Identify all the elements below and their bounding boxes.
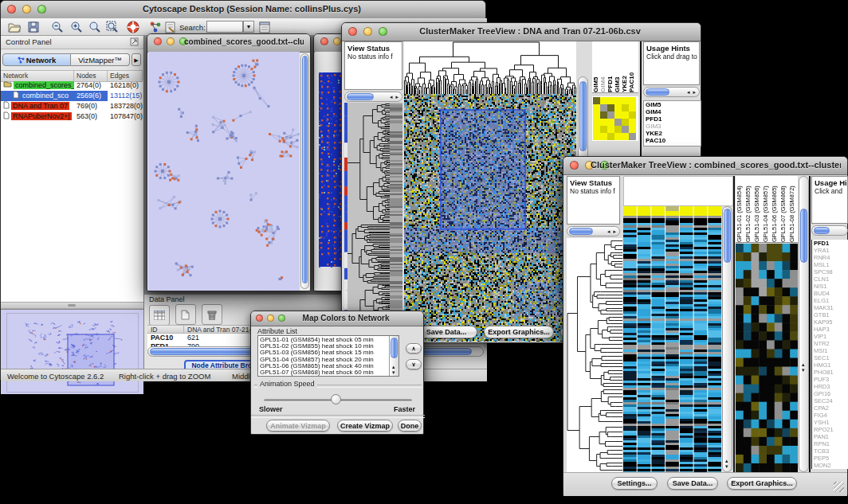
matrix-cell[interactable] — [600, 119, 607, 126]
network-view-1-scroll-thumb[interactable] — [302, 56, 308, 283]
close-button[interactable] — [320, 37, 328, 45]
gene-list-item[interactable]: TCB3 — [812, 447, 848, 455]
minimize-button[interactable] — [333, 37, 341, 45]
matrix-cell[interactable] — [593, 104, 600, 111]
treeview2-heatmap[interactable] — [623, 206, 721, 472]
matrix-cell[interactable] — [593, 97, 600, 104]
matrix-cell[interactable] — [622, 126, 629, 133]
gene-list-item[interactable]: PUF3 — [812, 376, 848, 383]
attribute-item[interactable]: GPL51-07 (GSM868) heat shock 60 min — [258, 369, 389, 376]
matrix-cell[interactable] — [614, 97, 622, 104]
tab-vizmapper[interactable]: VizMapper™ — [71, 53, 130, 66]
matrix-cell[interactable] — [600, 111, 607, 119]
gene-list-item[interactable]: PHO81 — [812, 369, 848, 376]
matrix-cell[interactable] — [629, 119, 636, 126]
matrix-cell[interactable] — [600, 133, 607, 140]
gene-list-item[interactable]: YSH1 — [812, 419, 848, 426]
zoom-out-icon[interactable] — [50, 20, 65, 34]
gene-list-item[interactable]: KAP95 — [812, 318, 848, 326]
matrix-cell[interactable] — [614, 126, 622, 133]
gene-list-item[interactable]: CPA2 — [812, 404, 848, 412]
network-view-1-vscrollbar[interactable] — [300, 53, 309, 289]
gene-list-item[interactable]: ELG1 — [812, 297, 848, 304]
matrix-cell[interactable] — [600, 97, 607, 104]
close-button[interactable] — [7, 5, 16, 14]
gene-list-item[interactable]: RPN1 — [812, 440, 848, 447]
matrix-cell[interactable] — [607, 119, 614, 126]
column-label[interactable]: GPL51-04 (GSM857) — [762, 176, 771, 242]
network-row[interactable]: combined_scores_2764(0)16218(0) — [1, 80, 143, 91]
gene-list-item[interactable]: HAP3 — [812, 326, 848, 333]
scroll-thumb[interactable] — [569, 228, 593, 235]
search-dropdown-button[interactable]: ▼ — [243, 21, 254, 33]
col-id[interactable]: ID — [147, 325, 184, 334]
scroll-arrows[interactable]: ◂ ▸ — [687, 89, 697, 95]
treeview1-heatmap[interactable] — [404, 94, 576, 342]
matrix-cell[interactable] — [607, 97, 614, 104]
treeview2-zoom-vscrollbar[interactable]: ▴▾ — [799, 176, 809, 472]
scroll-arrows[interactable]: ◂ ▸ — [390, 94, 399, 100]
gene-list-item[interactable]: FIG4 — [812, 412, 848, 419]
treeview1-column-dendrogram[interactable] — [404, 41, 576, 94]
treeview1-status-hscrollbar[interactable]: ◂ ▸ — [344, 92, 402, 102]
gene-list-item[interactable]: MSI1 — [812, 347, 848, 354]
treeview2-row-dendrogram[interactable] — [567, 238, 622, 472]
gene-list-item[interactable]: HRD3 — [812, 383, 848, 390]
column-label[interactable]: GIM3 — [614, 41, 621, 92]
done-button[interactable]: Done — [398, 420, 422, 432]
gene-list-item[interactable]: PFD1 — [812, 240, 848, 247]
gene-list-item[interactable]: YRA1 — [812, 247, 848, 254]
matrix-cell[interactable] — [629, 104, 636, 111]
matrix-cell[interactable] — [622, 119, 629, 126]
matrix-cell[interactable] — [614, 119, 622, 126]
column-label[interactable]: GPL51-01 (GSM854) — [736, 176, 744, 242]
resize-grip[interactable] — [834, 482, 844, 492]
move-up-button[interactable]: ∧ — [406, 343, 422, 354]
network-row[interactable]: DNA and Tran 07769(0)183728(0) — [1, 101, 143, 111]
matrix-cell[interactable] — [593, 111, 600, 119]
treeview2-vscrollbar[interactable]: ▴▾ — [722, 206, 732, 472]
scroll-thumb[interactable] — [814, 227, 830, 234]
annotation-icon[interactable] — [163, 20, 178, 34]
animate-vizmap-button[interactable]: Animate Vizmap — [266, 420, 330, 432]
gene-list-item[interactable]: PEP5 — [812, 455, 848, 462]
gene-list-item[interactable]: PFD1 — [644, 115, 701, 123]
delete-attribute-icon[interactable] — [202, 304, 222, 325]
network-row[interactable]: RNAPuberNov2+|563(0)107847(0) — [1, 111, 143, 122]
gene-list-item[interactable]: GIM4 — [644, 108, 701, 115]
gene-list-item[interactable]: MAK31 — [812, 304, 848, 311]
treeview1-similarity-matrix[interactable] — [592, 96, 638, 141]
treeview1-gene-list[interactable]: GIM5GIM4PFD1GIM3YKE2PAC10 — [643, 100, 701, 147]
treeview2-titlebar[interactable]: ClusterMaker TreeView : combined_scores_… — [563, 157, 847, 175]
treeview2-hints-hscrollbar[interactable] — [811, 225, 848, 236]
network-report-icon[interactable] — [257, 20, 272, 34]
matrix-cell[interactable] — [622, 104, 629, 111]
column-label[interactable]: GIM5 — [592, 41, 599, 92]
treeview2-status-hscrollbar[interactable]: ◂ ▸ — [567, 226, 620, 236]
matrix-cell[interactable] — [622, 97, 629, 104]
create-vizmap-button[interactable]: Create Vizmap — [337, 420, 393, 432]
matrix-cell[interactable] — [607, 104, 614, 111]
save-data-button[interactable]: Save Data... — [415, 326, 477, 338]
gene-list-item[interactable]: GIM3 — [644, 123, 701, 130]
gene-list-item[interactable]: PAN1 — [812, 433, 848, 440]
scroll-thumb[interactable] — [579, 81, 587, 151]
gene-list-item[interactable]: GTB1 — [812, 311, 848, 318]
speed-slider-thumb[interactable] — [331, 394, 341, 404]
matrix-cell[interactable] — [600, 126, 607, 133]
open-file-icon[interactable] — [7, 20, 22, 34]
gene-list-item[interactable]: GPI16 — [812, 390, 848, 397]
gene-list-item[interactable]: YKE2 — [644, 130, 701, 137]
attribute-list-vscrollbar[interactable]: ▴▾ — [389, 336, 398, 376]
gene-list-item[interactable]: BUD4 — [812, 290, 848, 297]
move-down-button[interactable]: ∨ — [406, 359, 422, 369]
zoom-selected-icon[interactable] — [88, 20, 102, 34]
network-view-1-canvas[interactable] — [148, 52, 300, 291]
network-row[interactable]: combined_sco2569(6)13112(15) — [1, 91, 143, 101]
gene-list-item[interactable]: NTR2 — [812, 340, 848, 347]
matrix-cell[interactable] — [614, 111, 622, 119]
gene-list-item[interactable]: MSL1 — [812, 261, 848, 268]
scroll-thumb[interactable] — [391, 338, 398, 358]
vizmapper-icon[interactable] — [148, 20, 163, 34]
gene-list-item[interactable]: RPO21 — [812, 426, 848, 433]
